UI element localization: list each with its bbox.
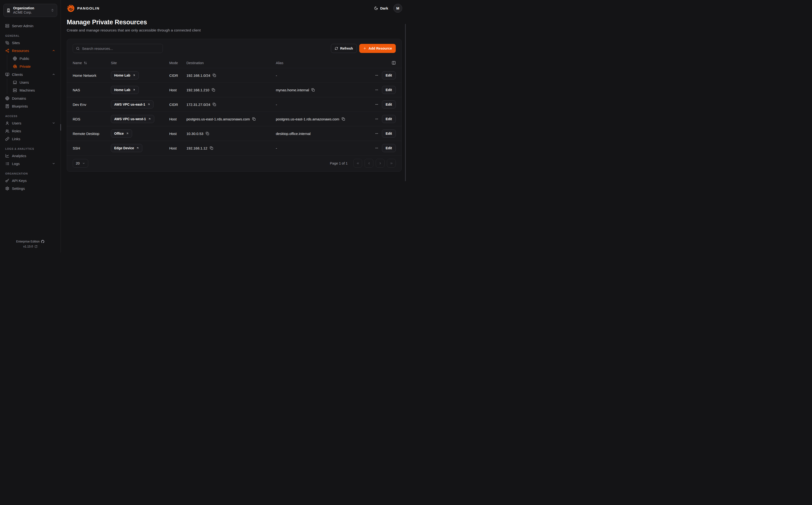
sidebar-item-label: Users: [20, 80, 29, 85]
sidebar-item-private[interactable]: Private: [11, 63, 57, 70]
site-label: AWS VPC us-east-1: [114, 103, 145, 106]
sidebar-item-users[interactable]: Users: [3, 120, 57, 127]
destination-value: 172.31.27.0/24: [186, 103, 210, 107]
site-link[interactable]: Office: [111, 130, 132, 138]
row-menu-button[interactable]: [375, 88, 378, 92]
first-page-button[interactable]: [353, 159, 362, 168]
sidebar-item-clients[interactable]: Clients: [3, 71, 57, 78]
alias-value: -: [276, 103, 277, 107]
add-resource-button[interactable]: Add Resource: [359, 44, 396, 53]
cell-name: Home Network: [73, 73, 111, 77]
sidebar-item-links[interactable]: Links: [3, 135, 57, 143]
gear-icon: [5, 186, 9, 190]
chevron-down-icon: [52, 121, 55, 125]
column-visibility-button[interactable]: [392, 61, 396, 65]
page-info: Page 1 of 1: [330, 161, 348, 165]
org-switcher-texts: Organization ACME Corp.: [13, 6, 48, 15]
arrow-up-right-icon: [147, 103, 150, 106]
github-icon: [41, 240, 44, 243]
sidebar-item-label: Sites: [12, 41, 20, 45]
sidebar-item-blueprints[interactable]: Blueprints: [3, 103, 57, 110]
copy-alias-button[interactable]: [312, 88, 315, 92]
copy-destination-button[interactable]: [212, 88, 215, 92]
resources-card: Refresh Add Resource Name Site Mode Dest…: [67, 39, 402, 172]
topbar: PANGOLIN Dark M: [67, 0, 406, 13]
site-link[interactable]: Home Lab: [111, 71, 139, 79]
edit-button[interactable]: Edit: [382, 130, 396, 138]
site-link[interactable]: AWS VPC us-west-1: [111, 115, 154, 123]
sidebar-item-label: API Keys: [12, 179, 27, 183]
copy-destination-button[interactable]: [213, 74, 216, 77]
sidebar-item-api-keys[interactable]: API Keys: [3, 177, 57, 184]
sidebar-item-client-users[interactable]: Users: [11, 79, 57, 86]
cell-name: SSH: [73, 146, 111, 150]
theme-toggle[interactable]: Dark: [374, 6, 388, 10]
cell-mode: CIDR: [169, 73, 186, 77]
pager: Page 1 of 1: [330, 159, 396, 168]
sidebar-item-settings[interactable]: Settings: [3, 185, 57, 192]
last-page-button[interactable]: [387, 159, 396, 168]
chevrons-up-down-icon: [51, 9, 54, 12]
edition-row[interactable]: Enterprise Edition: [16, 240, 45, 243]
site-link[interactable]: AWS VPC us-east-1: [111, 101, 154, 109]
version-row[interactable]: v1.13.0: [23, 245, 37, 248]
org-switcher[interactable]: Organization ACME Corp.: [3, 4, 57, 17]
cell-name: Dev Env: [73, 103, 111, 107]
edit-button[interactable]: Edit: [382, 86, 396, 94]
alias-value: -: [276, 146, 277, 150]
column-header-site: Site: [111, 61, 169, 65]
refresh-button[interactable]: Refresh: [331, 44, 357, 53]
cell-actions: Edit: [360, 115, 396, 123]
brand[interactable]: PANGOLIN: [67, 4, 99, 12]
table-row: Remote Desktop Office Host 10.30.0.53 de…: [67, 126, 401, 141]
sidebar-item-resources[interactable]: Resources: [3, 47, 57, 54]
sidebar-item-sites[interactable]: Sites: [3, 39, 57, 46]
chevron-left-icon: [367, 162, 371, 165]
next-page-button[interactable]: [376, 159, 385, 168]
edit-button[interactable]: Edit: [382, 101, 396, 109]
avatar[interactable]: M: [393, 4, 402, 13]
search-input[interactable]: [82, 46, 160, 50]
sidebar-item-analytics[interactable]: Analytics: [3, 152, 57, 160]
copy-destination-button[interactable]: [210, 146, 213, 150]
building-icon: [6, 8, 10, 12]
sidebar-item-label: Public: [20, 56, 29, 60]
sidebar-item-machines[interactable]: Machines: [11, 87, 57, 94]
copy-destination-button[interactable]: [213, 103, 216, 106]
copy-destination-button[interactable]: [252, 117, 255, 121]
site-link[interactable]: Edge Device: [111, 144, 142, 152]
key-icon: [5, 179, 9, 183]
table-header: Name Site Mode Destination Alias: [67, 58, 401, 68]
cell-alias: -: [276, 103, 360, 107]
page-size-select[interactable]: 20: [73, 159, 88, 168]
sidebar-item-logs[interactable]: Logs: [3, 160, 57, 167]
site-link[interactable]: Home Lab: [111, 86, 139, 94]
sidebar-footer: Enterprise Edition v1.13.0: [3, 240, 57, 249]
cell-destination: 172.31.27.0/24: [186, 103, 276, 107]
chevron-down-icon: [82, 162, 85, 165]
sidebar-item-domains[interactable]: Domains: [3, 95, 57, 102]
row-menu-button[interactable]: [375, 146, 378, 150]
sidebar-item-public[interactable]: Public: [11, 55, 57, 62]
cell-alias: desktop.office.internal: [276, 132, 360, 136]
row-menu-button[interactable]: [375, 132, 378, 135]
row-menu-button[interactable]: [375, 74, 378, 77]
row-menu-button[interactable]: [375, 103, 378, 106]
receipt-icon: [5, 104, 9, 108]
table-row: RDS AWS VPC us-west-1 Host postgres.us-e…: [67, 112, 401, 126]
column-header-name[interactable]: Name: [73, 61, 111, 65]
copy-alias-button[interactable]: [342, 117, 345, 121]
previous-page-button[interactable]: [365, 159, 373, 168]
sidebar-item-roles[interactable]: Roles: [3, 127, 57, 135]
refresh-label: Refresh: [340, 46, 353, 50]
sidebar-item-server-admin[interactable]: Server Admin: [3, 22, 57, 30]
cell-mode: Host: [169, 132, 186, 136]
edit-button[interactable]: Edit: [382, 144, 396, 152]
search-box[interactable]: [73, 44, 163, 53]
page-subtitle: Create and manage resources that are onl…: [67, 28, 396, 32]
copy-destination-button[interactable]: [206, 132, 209, 135]
edit-button[interactable]: Edit: [382, 71, 396, 79]
row-menu-button[interactable]: [375, 117, 378, 121]
share-network-icon: [5, 49, 9, 53]
edit-button[interactable]: Edit: [382, 115, 396, 123]
